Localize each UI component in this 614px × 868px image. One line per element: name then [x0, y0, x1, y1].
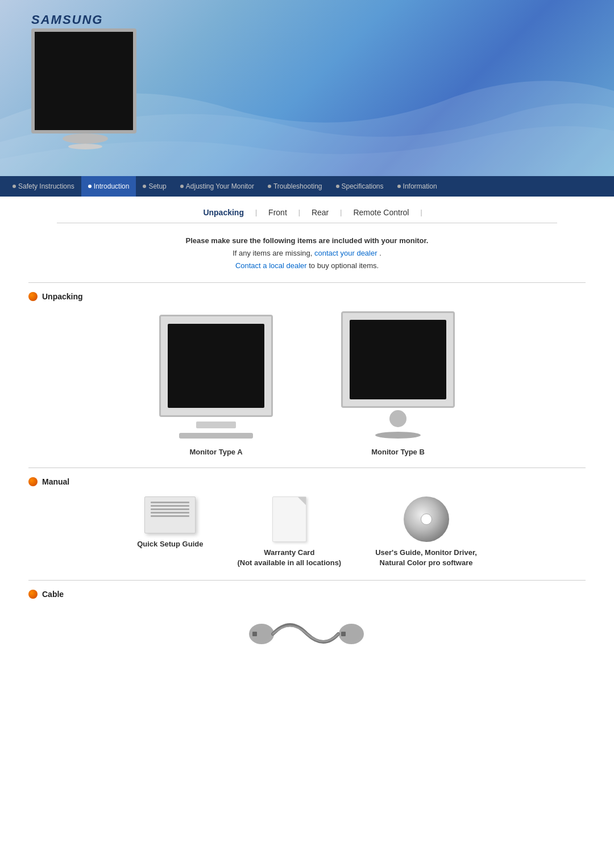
- cd-icon: [404, 496, 449, 542]
- local-dealer-link[interactable]: Contact a local dealer: [235, 261, 307, 270]
- nav-bullet-safety: [13, 185, 16, 188]
- nav-bullet-specs: [336, 185, 339, 188]
- banner-monitor-image: [31, 28, 139, 153]
- manual-icon: [28, 477, 38, 486]
- quick-setup-guide-icon: [144, 496, 196, 533]
- banner-monitor-base: [68, 144, 102, 149]
- samsung-logo: SAMSUNG: [31, 12, 103, 27]
- info-box: Please make sure the following items are…: [28, 223, 586, 283]
- monitor-b-label: Monitor Type B: [371, 448, 425, 456]
- svg-rect-4: [252, 632, 257, 636]
- manual-title: Manual: [42, 477, 69, 486]
- monitor-b-stand: [389, 410, 406, 427]
- contact-dealer-link[interactable]: contact your dealer: [314, 249, 377, 257]
- monitor-a-screen: [168, 324, 264, 408]
- cd-label: User's Guide, Monitor Driver, Natural Co…: [375, 548, 477, 568]
- nav-bullet-intro: [88, 185, 92, 188]
- svg-rect-5: [341, 632, 346, 636]
- monitors-row: Monitor Type A Monitor Type B: [28, 311, 586, 456]
- cable-section: Cable: [28, 581, 586, 678]
- unpacking-section: Unpacking Monitor Type A Monitor Type B: [28, 283, 586, 468]
- sub-nav-remote[interactable]: Remote Control: [342, 208, 420, 217]
- cable-svg: [244, 610, 370, 656]
- cable-title: Cable: [42, 590, 64, 599]
- warranty-label: Warranty Card (Not available in all loca…: [237, 548, 341, 568]
- manual-cd: User's Guide, Monitor Driver, Natural Co…: [375, 496, 477, 568]
- sub-nav-rear[interactable]: Rear: [300, 208, 340, 217]
- nav-adjusting[interactable]: Adjusting Your Monitor: [173, 176, 261, 197]
- cable-header: Cable: [28, 590, 586, 599]
- manuals-row: Quick Setup Guide Warranty Card (Not ava…: [28, 496, 586, 568]
- nav-safety-instructions[interactable]: Safety Instructions: [6, 176, 81, 197]
- info-line5: to buy optional items.: [309, 261, 379, 270]
- nav-bullet-adjusting: [180, 185, 184, 188]
- monitor-a-base: [179, 433, 253, 439]
- nav-troubleshooting[interactable]: Troubleshooting: [261, 176, 329, 197]
- banner-monitor-stand: [63, 133, 108, 144]
- main-content: Unpacking | Front | Rear | Remote Contro…: [0, 197, 614, 678]
- manual-quick-setup: Quick Setup Guide: [137, 496, 203, 549]
- info-line3: .: [379, 249, 381, 257]
- monitor-type-a: Monitor Type A: [159, 315, 273, 456]
- quick-setup-label: Quick Setup Guide: [137, 539, 203, 549]
- sub-nav-unpacking[interactable]: Unpacking: [192, 208, 255, 217]
- sub-nav: Unpacking | Front | Rear | Remote Contro…: [57, 197, 557, 223]
- unpacking-icon: [28, 292, 38, 301]
- cd-inner: [421, 514, 432, 525]
- manual-section: Manual Quick Setup Guide Warranty Card (…: [28, 468, 586, 580]
- nav-bullet-info: [397, 185, 401, 188]
- monitor-a-body: [159, 315, 273, 417]
- sub-nav-sep-4: |: [420, 208, 422, 216]
- nav-setup[interactable]: Setup: [136, 176, 173, 197]
- monitor-b-screen: [350, 320, 446, 399]
- info-line2: If any items are missing,: [233, 249, 312, 257]
- monitor-b-base: [375, 432, 421, 439]
- monitor-a-stand: [196, 422, 236, 428]
- warranty-card-icon: [272, 496, 306, 542]
- nav-bar: Safety Instructions Introduction Setup A…: [0, 176, 614, 197]
- banner-monitor-screen: [31, 28, 136, 133]
- manual-warranty: Warranty Card (Not available in all loca…: [237, 496, 341, 568]
- nav-introduction[interactable]: Introduction: [81, 176, 136, 197]
- cable-icon: [28, 590, 38, 599]
- monitor-type-b: Monitor Type B: [341, 311, 455, 456]
- sub-nav-front[interactable]: Front: [257, 208, 298, 217]
- info-line1: Please make sure the following items are…: [186, 236, 429, 245]
- monitor-a-label: Monitor Type A: [189, 448, 242, 456]
- cable-row: [28, 610, 586, 656]
- nav-bullet-setup: [143, 185, 146, 188]
- nav-information[interactable]: Information: [391, 176, 444, 197]
- unpacking-title: Unpacking: [42, 292, 83, 301]
- nav-bullet-troubleshoot: [268, 185, 271, 188]
- unpacking-header: Unpacking: [28, 292, 586, 301]
- monitor-b-body: [341, 311, 455, 408]
- header-banner: SAMSUNG: [0, 0, 614, 176]
- nav-specifications[interactable]: Specifications: [329, 176, 391, 197]
- manual-header: Manual: [28, 477, 586, 486]
